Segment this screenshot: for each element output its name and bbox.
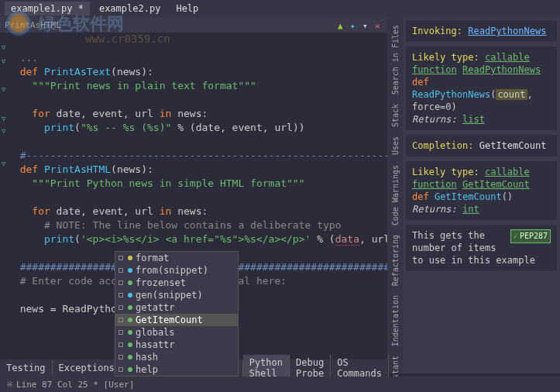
file-tabs: example1.py * example2.py Help (0, 0, 560, 17)
completion-item[interactable]: globals (115, 326, 238, 339)
close-icon[interactable]: ✕ (375, 21, 383, 29)
invoking-box: Invoking: ReadPythonNews (406, 20, 557, 42)
vertical-tab[interactable]: Search in Files (390, 20, 401, 99)
completion-item[interactable]: from(snippet) (115, 264, 238, 277)
vertical-tab[interactable]: Uses (390, 132, 401, 160)
vertical-tab[interactable]: Indentation (390, 291, 401, 351)
bottom-tab[interactable]: Exceptions (53, 360, 122, 376)
completion-item[interactable]: getattr (115, 301, 238, 314)
breadcrumb[interactable]: PrintAsHTML (5, 20, 61, 30)
source-assistant-panel: Invoking: ReadPythonNews Likely type: ca… (403, 17, 560, 373)
completion-box: Completion: GetItemCount (406, 135, 557, 156)
likely-type-box-2: Likely type: callable function GetItemCo… (406, 161, 557, 220)
vertical-tab[interactable]: Refactoring (390, 230, 401, 291)
vertical-tab[interactable]: Stack (390, 99, 401, 132)
options-icon[interactable]: ▾ (362, 21, 370, 29)
tab-file-1[interactable]: example1.py * (5, 2, 90, 15)
split-icon[interactable]: ✦ (350, 21, 358, 29)
tab-file-2[interactable]: example2.py (93, 2, 167, 15)
completion-item[interactable]: help (115, 363, 238, 376)
completion-item[interactable]: gen(snippet) (115, 289, 238, 301)
completion-item[interactable]: format (115, 252, 238, 264)
status-bar: ※ Line 87 Col 25 * [User] (0, 377, 560, 392)
run-icon[interactable]: ▲ (338, 21, 345, 29)
status-position: Line 87 Col 25 * [User] (16, 380, 134, 390)
bottom-tab[interactable]: Testing (0, 360, 53, 376)
vertical-tab[interactable]: Code Warnings (390, 160, 401, 230)
completion-item[interactable]: GetItemCount (115, 314, 238, 326)
docstring-box: PEP287 This gets the number of items to … (406, 225, 557, 271)
completion-item[interactable]: hasattr (115, 339, 238, 351)
likely-type-box-1: Likely type: callable function ReadPytho… (406, 46, 557, 130)
vertical-tool-tabs: Search in FilesStackUsesCode WarningsRef… (387, 17, 403, 373)
editor-pane: PrintAsHTML ▲ ✦ ▾ ✕ ▽▽▽▽▽▽ ... def Print… (0, 17, 387, 373)
tab-help[interactable]: Help (170, 2, 204, 15)
completion-item[interactable]: hash (115, 351, 238, 363)
pep-badge: PEP287 (510, 229, 551, 243)
autocomplete-popup: formatfrom(snippet)frozensetgen(snippet)… (115, 251, 239, 377)
caret-icon: ※ (6, 380, 13, 390)
editor-header: PrintAsHTML ▲ ✦ ▾ ✕ (0, 17, 387, 33)
completion-item[interactable]: frozenset (115, 277, 238, 289)
